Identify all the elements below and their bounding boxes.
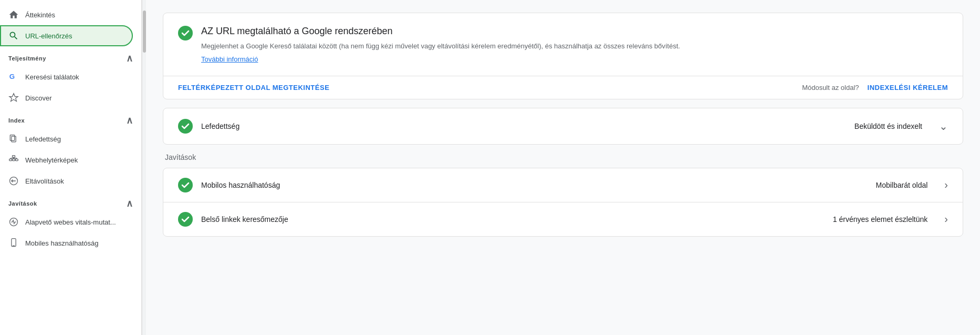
sidebar-item-mobilos-label: Mobiles használhatóság — [25, 239, 98, 247]
index-request-button[interactable]: INDEXELÉSI KÉRELEM — [868, 84, 948, 92]
svg-rect-6 — [15, 159, 18, 160]
svg-rect-3 — [13, 156, 15, 157]
sidebar-item-alapveto-label: Alapvető webes vitals-mutat... — [25, 218, 116, 226]
action-bar: FELTÉRKÉPEZETT OLDAL MEGTEKINTÉSE Módosu… — [163, 76, 963, 99]
sitemap-icon — [8, 155, 19, 165]
fix-mobilos-value: Mobilbarát oldal — [875, 181, 927, 189]
mobile-icon — [8, 238, 19, 248]
svg-text:G: G — [9, 73, 15, 80]
vitals-icon — [8, 217, 19, 227]
teljesitmeny-chevron-icon: ∧ — [126, 53, 133, 64]
fix-mobilos-chevron-icon: › — [944, 179, 948, 191]
sidebar-item-lefedetteg-label: Lefedettség — [25, 135, 61, 143]
google-icon: G — [8, 72, 19, 82]
fix-item-mobilos[interactable]: Mobilos használhatóság Mobilbarát oldal … — [163, 168, 963, 202]
pages-icon — [8, 134, 19, 144]
svg-rect-2 — [12, 136, 16, 142]
section-javitasok: Javítások ∧ — [0, 191, 141, 211]
svg-point-17 — [178, 119, 193, 134]
remove-icon — [8, 176, 19, 186]
sidebar: Áttekintés URL-ellenőrzés Teljesítmény ∧… — [0, 0, 142, 335]
home-icon — [8, 9, 19, 20]
search-icon — [8, 31, 19, 41]
svg-point-19 — [178, 212, 193, 227]
section-index: Index ∧ — [0, 108, 141, 128]
coverage-card[interactable]: Lefedettség Beküldött és indexelt ⌄ — [163, 108, 963, 145]
sidebar-item-mobilos[interactable]: Mobiles használhatóság — [0, 232, 133, 253]
main-content: AZ URL megtalálható a Google rendszerébe… — [146, 0, 980, 335]
asterisk-icon — [8, 93, 19, 103]
fix-belso-linkek-label: Belső linkek keresőmezője — [201, 215, 825, 224]
index-chevron-icon: ∧ — [126, 115, 133, 126]
fix-belso-linkek-value: 1 érvényes elemet észleltünk — [833, 215, 928, 224]
javitasok-card: Mobilos használhatóság Mobilbarát oldal … — [163, 168, 963, 237]
sidebar-item-discover-label: Discover — [25, 94, 52, 102]
url-status-card: AZ URL megtalálható a Google rendszerébe… — [163, 13, 963, 99]
sidebar-item-attekintes-label: Áttekintés — [25, 11, 55, 19]
modified-text: Módosult az oldal? — [802, 84, 859, 92]
fix-mobilos-label: Mobilos használhatóság — [201, 181, 867, 189]
view-page-button[interactable]: FELTÉRKÉPEZETT OLDAL MEGTEKINTÉSE — [178, 84, 802, 92]
sidebar-item-eltavolitas-label: Eltávolítások — [25, 177, 64, 185]
sidebar-item-webhelyterkepek[interactable]: Webhelytérképek — [0, 149, 133, 170]
javitasok-section-title: Javítások — [165, 153, 963, 161]
fix-item-belso-linkek[interactable]: Belső linkek keresőmezője 1 érvényes ele… — [163, 202, 963, 236]
url-status-title: AZ URL megtalálható a Google rendszerébe… — [201, 26, 680, 37]
mobilos-check-icon — [178, 178, 193, 192]
url-status-link[interactable]: További információ — [201, 55, 258, 63]
fix-belso-linkek-chevron-icon: › — [944, 213, 948, 225]
sidebar-item-keresesi-talatok[interactable]: G Keresési találatok — [0, 66, 133, 87]
sidebar-item-webhelyterkepek-label: Webhelytérképek — [25, 156, 78, 164]
svg-point-16 — [178, 26, 193, 40]
section-teljesitmeny: Teljesítmény ∧ — [0, 46, 141, 66]
sidebar-item-url-ellenorzes[interactable]: URL-ellenőrzés — [0, 25, 133, 46]
sidebar-item-alapveto[interactable]: Alapvető webes vitals-mutat... — [0, 211, 133, 232]
sidebar-item-keresesi-talatok-label: Keresési találatok — [25, 73, 79, 81]
svg-rect-4 — [9, 159, 12, 160]
coverage-value: Beküldött és indexelt — [854, 122, 922, 130]
sidebar-item-lefedetteg[interactable]: Lefedettség — [0, 128, 133, 149]
svg-point-18 — [178, 178, 193, 192]
svg-rect-1 — [10, 135, 14, 141]
sidebar-item-attekintes[interactable]: Áttekintés — [0, 4, 133, 25]
url-status-description: Megjelenhet a Google Kereső találatai kö… — [201, 41, 680, 52]
coverage-check-icon — [178, 119, 193, 134]
sidebar-item-eltavolitas[interactable]: Eltávolítások — [0, 170, 133, 191]
sidebar-item-url-ellenorzes-label: URL-ellenőrzés — [25, 32, 72, 40]
svg-rect-5 — [13, 159, 15, 160]
belso-check-icon — [178, 212, 193, 227]
coverage-label: Lefedettség — [201, 122, 846, 130]
success-check-icon — [178, 26, 193, 40]
javitasok-chevron-icon: ∧ — [126, 198, 133, 209]
sidebar-item-discover[interactable]: Discover — [0, 87, 133, 108]
coverage-expand-icon: ⌄ — [939, 120, 948, 133]
